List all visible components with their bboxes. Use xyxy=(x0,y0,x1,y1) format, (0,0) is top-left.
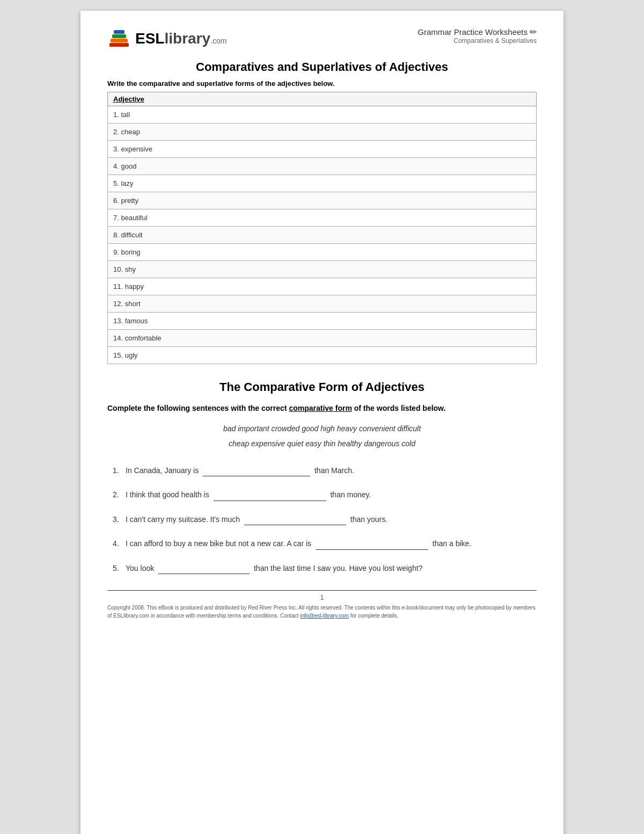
exercise-blank[interactable] xyxy=(244,513,346,525)
table-row: 7. beautiful xyxy=(108,209,537,227)
header: ESLlibrary.com Grammar Practice Workshee… xyxy=(107,27,537,50)
word-bank-row2: cheap expensive quiet easy thin healthy … xyxy=(107,436,537,451)
section1: Comparatives and Superlatives of Adjecti… xyxy=(107,60,537,364)
header-right: Grammar Practice Worksheets ✏ Comparativ… xyxy=(418,27,537,45)
copyright-end: for complete details. xyxy=(349,613,398,619)
word-bank-row1: bad important crowded good high heavy co… xyxy=(107,421,537,436)
exercise-blank[interactable] xyxy=(158,562,250,574)
table-row: 8. difficult xyxy=(108,227,537,244)
exercise-item: 5.You look than the last time I saw you.… xyxy=(113,562,537,574)
exercise-blank[interactable] xyxy=(214,488,326,501)
svg-rect-1 xyxy=(111,39,128,42)
table-header-adjective: Adjective xyxy=(108,92,537,106)
exercise-text: I can afford to buy a new bike but not a… xyxy=(126,537,537,549)
exercise-num: 3. xyxy=(113,513,126,525)
logo-text: ESLlibrary.com xyxy=(135,30,226,47)
table-row: 4. good xyxy=(108,158,537,175)
section2-title: The Comparative Form of Adjectives xyxy=(107,380,537,394)
exercise-text: You look than the last time I saw you. H… xyxy=(126,562,537,574)
section2-instruction-underline: comparative form xyxy=(289,404,352,412)
section2: The Comparative Form of Adjectives Compl… xyxy=(107,380,537,574)
exercise-text: I can't carry my suitcase. It's much tha… xyxy=(126,513,537,525)
svg-rect-0 xyxy=(109,43,129,47)
exercise-text: In Canada, January is than March. xyxy=(126,464,537,476)
exercise-num: 2. xyxy=(113,489,126,501)
brand-title-text: Grammar Practice Worksheets xyxy=(418,27,528,37)
esl-logo-icon xyxy=(107,27,131,50)
exercises: 1.In Canada, January is than March.2.I t… xyxy=(113,464,537,574)
section2-instruction-part1: Complete the following sentences with th… xyxy=(107,404,289,412)
exercise-item: 2.I think that good health is than money… xyxy=(113,488,537,501)
exercise-num: 5. xyxy=(113,562,126,574)
section1-instruction: Write the comparative and superlative fo… xyxy=(107,79,537,88)
table-row: 14. comfortable xyxy=(108,330,537,347)
section1-title: Comparatives and Superlatives of Adjecti… xyxy=(107,60,537,74)
exercise-text: I think that good health is than money. xyxy=(126,488,537,501)
adjective-table: Adjective 1. tall2. cheap3. expensive4. … xyxy=(107,92,537,364)
exercise-num: 4. xyxy=(113,538,126,549)
svg-rect-2 xyxy=(112,34,126,38)
section2-instruction-part2: of the words listed below. xyxy=(352,404,446,412)
logo-area: ESLlibrary.com xyxy=(107,27,226,50)
brand-title-line: Grammar Practice Worksheets ✏ xyxy=(418,27,537,37)
footer-email[interactable]: info@esl-library.com xyxy=(300,613,349,619)
exercise-item: 3.I can't carry my suitcase. It's much t… xyxy=(113,513,537,525)
table-row: 2. cheap xyxy=(108,124,537,141)
exercise-num: 1. xyxy=(113,465,126,476)
svg-rect-3 xyxy=(114,30,125,34)
word-bank: bad important crowded good high heavy co… xyxy=(107,421,537,451)
exercise-blank[interactable] xyxy=(203,464,310,476)
table-row: 3. expensive xyxy=(108,141,537,158)
footer: 1 Copyright 2008. This eBook is produced… xyxy=(107,590,537,620)
table-row: 11. happy xyxy=(108,278,537,295)
table-row: 10. shy xyxy=(108,261,537,278)
table-row: 5. lazy xyxy=(108,175,537,192)
pencil-icon: ✏ xyxy=(530,27,537,37)
page: ESLlibrary.com Grammar Practice Workshee… xyxy=(80,11,564,834)
table-row: 12. short xyxy=(108,295,537,313)
exercise-item: 1.In Canada, January is than March. xyxy=(113,464,537,476)
table-row: 6. pretty xyxy=(108,192,537,209)
exercise-blank[interactable] xyxy=(316,537,428,549)
brand-subtitle: Comparatives & Superlatives xyxy=(418,37,537,45)
table-row: 13. famous xyxy=(108,313,537,330)
table-row: 1. tall xyxy=(108,106,537,124)
page-number: 1 xyxy=(107,594,537,601)
exercise-item: 4.I can afford to buy a new bike but not… xyxy=(113,537,537,549)
logo-com-text: .com xyxy=(210,37,226,45)
table-row: 9. boring xyxy=(108,244,537,261)
table-row: 15. ugly xyxy=(108,347,537,364)
section2-instruction: Complete the following sentences with th… xyxy=(107,404,537,412)
copyright-text: Copyright 2008. This eBook is produced a… xyxy=(107,604,537,620)
